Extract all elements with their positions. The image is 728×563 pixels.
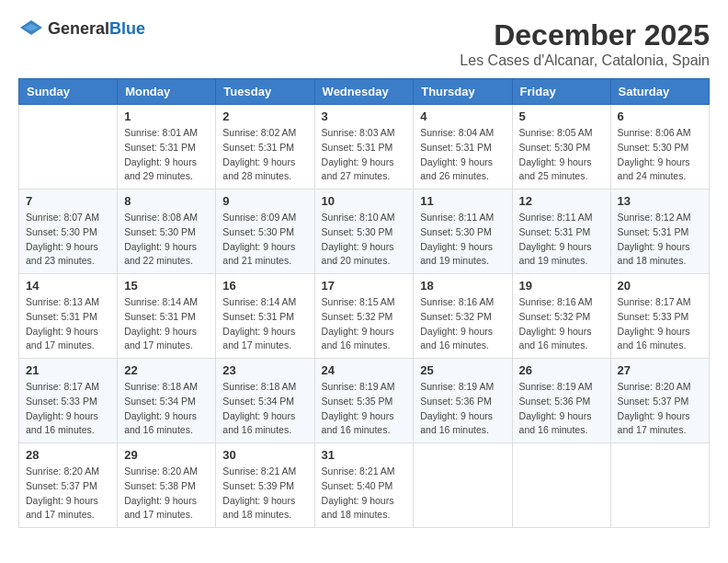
- day-cell: 12Sunrise: 8:11 AMSunset: 5:31 PMDayligh…: [512, 190, 610, 274]
- day-info: Sunrise: 8:01 AMSunset: 5:31 PMDaylight:…: [124, 126, 209, 184]
- day-cell: 15Sunrise: 8:14 AMSunset: 5:31 PMDayligh…: [118, 274, 216, 359]
- day-info: Sunrise: 8:13 AMSunset: 5:31 PMDaylight:…: [26, 295, 110, 353]
- day-number: 14: [26, 279, 110, 293]
- day-number: 31: [322, 448, 407, 462]
- day-number: 16: [222, 279, 307, 293]
- weekday-header-tuesday: Tuesday: [216, 79, 314, 105]
- day-cell: 27Sunrise: 8:20 AMSunset: 5:37 PMDayligh…: [610, 359, 709, 443]
- day-info: Sunrise: 8:14 AMSunset: 5:31 PMDaylight:…: [222, 295, 307, 353]
- day-cell: 29Sunrise: 8:20 AMSunset: 5:38 PMDayligh…: [118, 443, 216, 528]
- day-number: 24: [322, 363, 407, 377]
- day-cell: 25Sunrise: 8:19 AMSunset: 5:36 PMDayligh…: [414, 359, 512, 443]
- day-cell: 30Sunrise: 8:21 AMSunset: 5:39 PMDayligh…: [216, 443, 314, 528]
- day-info: Sunrise: 8:19 AMSunset: 5:35 PMDaylight:…: [322, 380, 407, 438]
- week-row-2: 7Sunrise: 8:07 AMSunset: 5:30 PMDaylight…: [19, 190, 710, 274]
- day-cell: 26Sunrise: 8:19 AMSunset: 5:36 PMDayligh…: [512, 359, 610, 443]
- day-cell: 19Sunrise: 8:16 AMSunset: 5:32 PMDayligh…: [512, 274, 610, 359]
- day-number: 1: [124, 109, 209, 123]
- day-number: 10: [322, 194, 407, 208]
- day-info: Sunrise: 8:12 AMSunset: 5:31 PMDaylight:…: [618, 211, 702, 269]
- logo-icon: [18, 18, 44, 39]
- day-number: 3: [322, 109, 407, 123]
- day-cell: [19, 105, 118, 190]
- logo-general-text: General: [48, 19, 109, 38]
- day-number: 21: [26, 363, 110, 377]
- day-number: 13: [618, 194, 702, 208]
- day-number: 8: [124, 194, 209, 208]
- month-title: December 2025: [460, 18, 710, 52]
- weekday-header-saturday: Saturday: [610, 79, 709, 105]
- day-number: 11: [420, 194, 505, 208]
- day-number: 26: [519, 363, 604, 377]
- day-cell: 3Sunrise: 8:03 AMSunset: 5:31 PMDaylight…: [314, 105, 414, 190]
- day-info: Sunrise: 8:18 AMSunset: 5:34 PMDaylight:…: [124, 380, 209, 438]
- week-row-3: 14Sunrise: 8:13 AMSunset: 5:31 PMDayligh…: [19, 274, 710, 359]
- day-number: 20: [618, 279, 702, 293]
- day-cell: 24Sunrise: 8:19 AMSunset: 5:35 PMDayligh…: [314, 359, 414, 443]
- day-info: Sunrise: 8:02 AMSunset: 5:31 PMDaylight:…: [222, 126, 307, 184]
- day-cell: 10Sunrise: 8:10 AMSunset: 5:30 PMDayligh…: [314, 190, 414, 274]
- day-number: 23: [222, 363, 307, 377]
- day-info: Sunrise: 8:05 AMSunset: 5:30 PMDaylight:…: [519, 126, 604, 184]
- day-cell: 17Sunrise: 8:15 AMSunset: 5:32 PMDayligh…: [314, 274, 414, 359]
- day-cell: 22Sunrise: 8:18 AMSunset: 5:34 PMDayligh…: [118, 359, 216, 443]
- day-cell: 23Sunrise: 8:18 AMSunset: 5:34 PMDayligh…: [216, 359, 314, 443]
- day-number: 7: [26, 194, 110, 208]
- day-cell: 7Sunrise: 8:07 AMSunset: 5:30 PMDaylight…: [19, 190, 118, 274]
- week-row-1: 1Sunrise: 8:01 AMSunset: 5:31 PMDaylight…: [19, 105, 710, 190]
- day-number: 19: [519, 279, 604, 293]
- day-cell: 11Sunrise: 8:11 AMSunset: 5:30 PMDayligh…: [414, 190, 512, 274]
- day-info: Sunrise: 8:20 AMSunset: 5:37 PMDaylight:…: [618, 380, 702, 438]
- day-number: 6: [618, 109, 702, 123]
- logo-blue-text: Blue: [109, 19, 145, 38]
- day-cell: 28Sunrise: 8:20 AMSunset: 5:37 PMDayligh…: [19, 443, 118, 528]
- day-cell: 1Sunrise: 8:01 AMSunset: 5:31 PMDaylight…: [118, 105, 216, 190]
- weekday-header-friday: Friday: [512, 79, 610, 105]
- weekday-header-sunday: Sunday: [19, 79, 118, 105]
- weekday-header-monday: Monday: [118, 79, 216, 105]
- day-number: 12: [519, 194, 604, 208]
- weekday-header-row: SundayMondayTuesdayWednesdayThursdayFrid…: [19, 79, 710, 105]
- day-cell: 31Sunrise: 8:21 AMSunset: 5:40 PMDayligh…: [314, 443, 414, 528]
- day-cell: 4Sunrise: 8:04 AMSunset: 5:31 PMDaylight…: [414, 105, 512, 190]
- day-number: 30: [222, 448, 307, 462]
- day-info: Sunrise: 8:20 AMSunset: 5:37 PMDaylight:…: [26, 465, 110, 523]
- day-cell: 2Sunrise: 8:02 AMSunset: 5:31 PMDaylight…: [216, 105, 314, 190]
- weekday-header-wednesday: Wednesday: [314, 79, 414, 105]
- day-number: 4: [420, 109, 505, 123]
- day-info: Sunrise: 8:09 AMSunset: 5:30 PMDaylight:…: [222, 211, 307, 269]
- day-number: 25: [420, 363, 505, 377]
- day-number: 18: [420, 279, 505, 293]
- calendar-table: SundayMondayTuesdayWednesdayThursdayFrid…: [18, 78, 710, 528]
- day-number: 17: [322, 279, 407, 293]
- day-cell: [414, 443, 512, 528]
- day-info: Sunrise: 8:10 AMSunset: 5:30 PMDaylight:…: [322, 211, 407, 269]
- week-row-4: 21Sunrise: 8:17 AMSunset: 5:33 PMDayligh…: [19, 359, 710, 443]
- day-info: Sunrise: 8:18 AMSunset: 5:34 PMDaylight:…: [222, 380, 307, 438]
- day-cell: 8Sunrise: 8:08 AMSunset: 5:30 PMDaylight…: [118, 190, 216, 274]
- week-row-5: 28Sunrise: 8:20 AMSunset: 5:37 PMDayligh…: [19, 443, 710, 528]
- day-info: Sunrise: 8:17 AMSunset: 5:33 PMDaylight:…: [618, 295, 702, 353]
- day-cell: [512, 443, 610, 528]
- weekday-header-thursday: Thursday: [414, 79, 512, 105]
- day-number: 28: [26, 448, 110, 462]
- day-info: Sunrise: 8:16 AMSunset: 5:32 PMDaylight:…: [420, 295, 505, 353]
- day-cell: 14Sunrise: 8:13 AMSunset: 5:31 PMDayligh…: [19, 274, 118, 359]
- day-number: 22: [124, 363, 209, 377]
- day-info: Sunrise: 8:15 AMSunset: 5:32 PMDaylight:…: [322, 295, 407, 353]
- day-number: 2: [222, 109, 307, 123]
- day-info: Sunrise: 8:06 AMSunset: 5:30 PMDaylight:…: [618, 126, 702, 184]
- day-info: Sunrise: 8:14 AMSunset: 5:31 PMDaylight:…: [124, 295, 209, 353]
- day-info: Sunrise: 8:21 AMSunset: 5:40 PMDaylight:…: [322, 465, 407, 523]
- title-area: December 2025 Les Cases d'Alcanar, Catal…: [460, 18, 710, 69]
- day-cell: 21Sunrise: 8:17 AMSunset: 5:33 PMDayligh…: [19, 359, 118, 443]
- day-cell: 5Sunrise: 8:05 AMSunset: 5:30 PMDaylight…: [512, 105, 610, 190]
- day-info: Sunrise: 8:19 AMSunset: 5:36 PMDaylight:…: [519, 380, 604, 438]
- day-cell: [610, 443, 709, 528]
- day-info: Sunrise: 8:04 AMSunset: 5:31 PMDaylight:…: [420, 126, 505, 184]
- day-cell: 16Sunrise: 8:14 AMSunset: 5:31 PMDayligh…: [216, 274, 314, 359]
- day-info: Sunrise: 8:11 AMSunset: 5:30 PMDaylight:…: [420, 211, 505, 269]
- day-number: 29: [124, 448, 209, 462]
- day-info: Sunrise: 8:07 AMSunset: 5:30 PMDaylight:…: [26, 211, 110, 269]
- day-info: Sunrise: 8:17 AMSunset: 5:33 PMDaylight:…: [26, 380, 110, 438]
